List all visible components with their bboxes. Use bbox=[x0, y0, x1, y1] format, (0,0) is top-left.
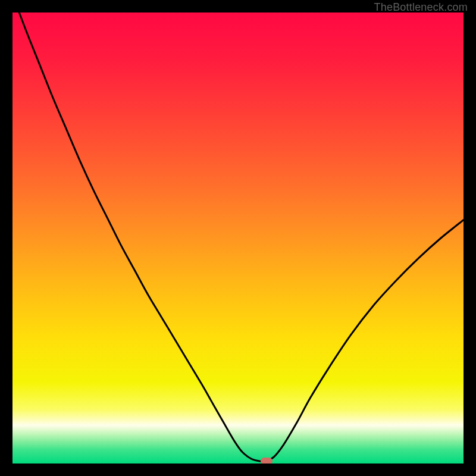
plot-area bbox=[12, 12, 464, 464]
minimum-marker bbox=[261, 458, 273, 464]
bottleneck-curve bbox=[12, 12, 464, 462]
curve-layer bbox=[12, 12, 464, 464]
attribution-label: TheBottleneck.com bbox=[374, 1, 468, 14]
chart-frame: TheBottleneck.com bbox=[0, 0, 476, 476]
